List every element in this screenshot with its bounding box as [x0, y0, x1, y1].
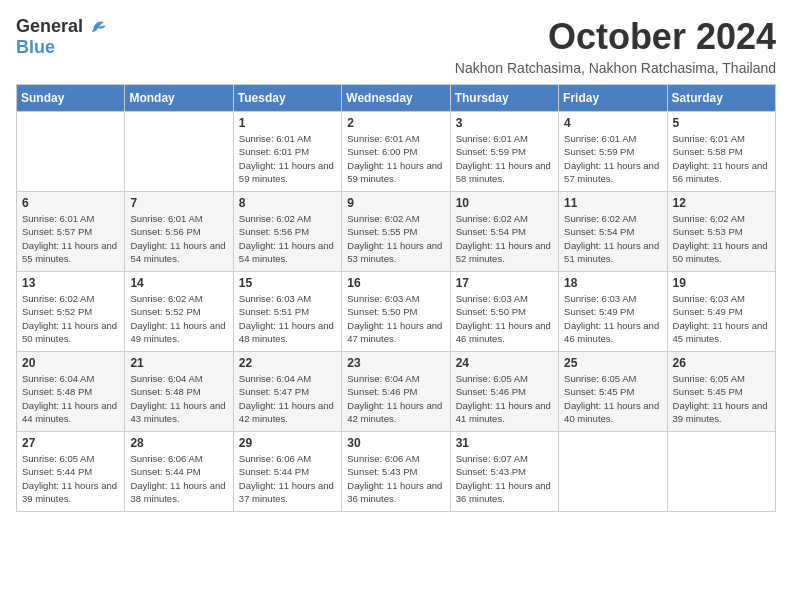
day-info: Sunrise: 6:04 AMSunset: 5:46 PMDaylight:…	[347, 372, 444, 425]
day-info: Sunrise: 6:01 AMSunset: 6:01 PMDaylight:…	[239, 132, 336, 185]
day-info: Sunrise: 6:03 AMSunset: 5:50 PMDaylight:…	[347, 292, 444, 345]
calendar-cell: 16Sunrise: 6:03 AMSunset: 5:50 PMDayligh…	[342, 272, 450, 352]
calendar-cell: 23Sunrise: 6:04 AMSunset: 5:46 PMDayligh…	[342, 352, 450, 432]
day-info: Sunrise: 6:03 AMSunset: 5:49 PMDaylight:…	[564, 292, 661, 345]
calendar-cell: 26Sunrise: 6:05 AMSunset: 5:45 PMDayligh…	[667, 352, 775, 432]
page-header: General Blue October 2024 Nakhon Ratchas…	[16, 16, 776, 76]
day-info: Sunrise: 6:01 AMSunset: 5:58 PMDaylight:…	[673, 132, 770, 185]
day-info: Sunrise: 6:04 AMSunset: 5:48 PMDaylight:…	[130, 372, 227, 425]
day-number: 18	[564, 276, 661, 290]
day-info: Sunrise: 6:07 AMSunset: 5:43 PMDaylight:…	[456, 452, 553, 505]
day-info: Sunrise: 6:05 AMSunset: 5:45 PMDaylight:…	[673, 372, 770, 425]
weekday-header-thursday: Thursday	[450, 85, 558, 112]
day-number: 24	[456, 356, 553, 370]
calendar-cell	[125, 112, 233, 192]
day-number: 1	[239, 116, 336, 130]
day-info: Sunrise: 6:06 AMSunset: 5:43 PMDaylight:…	[347, 452, 444, 505]
day-number: 11	[564, 196, 661, 210]
day-info: Sunrise: 6:02 AMSunset: 5:55 PMDaylight:…	[347, 212, 444, 265]
calendar-cell: 29Sunrise: 6:06 AMSunset: 5:44 PMDayligh…	[233, 432, 341, 512]
calendar-cell: 21Sunrise: 6:04 AMSunset: 5:48 PMDayligh…	[125, 352, 233, 432]
calendar-cell: 24Sunrise: 6:05 AMSunset: 5:46 PMDayligh…	[450, 352, 558, 432]
calendar-cell: 30Sunrise: 6:06 AMSunset: 5:43 PMDayligh…	[342, 432, 450, 512]
day-info: Sunrise: 6:02 AMSunset: 5:52 PMDaylight:…	[22, 292, 119, 345]
day-info: Sunrise: 6:05 AMSunset: 5:46 PMDaylight:…	[456, 372, 553, 425]
calendar-week-row: 27Sunrise: 6:05 AMSunset: 5:44 PMDayligh…	[17, 432, 776, 512]
day-number: 20	[22, 356, 119, 370]
day-number: 29	[239, 436, 336, 450]
calendar-cell: 4Sunrise: 6:01 AMSunset: 5:59 PMDaylight…	[559, 112, 667, 192]
day-number: 31	[456, 436, 553, 450]
weekday-header-monday: Monday	[125, 85, 233, 112]
calendar-cell	[17, 112, 125, 192]
day-number: 10	[456, 196, 553, 210]
logo-bird-icon	[84, 18, 106, 34]
day-info: Sunrise: 6:02 AMSunset: 5:54 PMDaylight:…	[456, 212, 553, 265]
calendar-cell: 11Sunrise: 6:02 AMSunset: 5:54 PMDayligh…	[559, 192, 667, 272]
day-number: 26	[673, 356, 770, 370]
day-info: Sunrise: 6:01 AMSunset: 5:59 PMDaylight:…	[456, 132, 553, 185]
calendar-cell: 19Sunrise: 6:03 AMSunset: 5:49 PMDayligh…	[667, 272, 775, 352]
calendar-cell: 28Sunrise: 6:06 AMSunset: 5:44 PMDayligh…	[125, 432, 233, 512]
calendar-week-row: 13Sunrise: 6:02 AMSunset: 5:52 PMDayligh…	[17, 272, 776, 352]
day-info: Sunrise: 6:05 AMSunset: 5:44 PMDaylight:…	[22, 452, 119, 505]
calendar-cell: 13Sunrise: 6:02 AMSunset: 5:52 PMDayligh…	[17, 272, 125, 352]
day-number: 9	[347, 196, 444, 210]
calendar-cell: 3Sunrise: 6:01 AMSunset: 5:59 PMDaylight…	[450, 112, 558, 192]
calendar-week-row: 20Sunrise: 6:04 AMSunset: 5:48 PMDayligh…	[17, 352, 776, 432]
day-number: 25	[564, 356, 661, 370]
day-number: 3	[456, 116, 553, 130]
calendar-cell: 7Sunrise: 6:01 AMSunset: 5:56 PMDaylight…	[125, 192, 233, 272]
day-number: 23	[347, 356, 444, 370]
weekday-header-saturday: Saturday	[667, 85, 775, 112]
day-info: Sunrise: 6:04 AMSunset: 5:47 PMDaylight:…	[239, 372, 336, 425]
day-number: 13	[22, 276, 119, 290]
day-info: Sunrise: 6:06 AMSunset: 5:44 PMDaylight:…	[130, 452, 227, 505]
day-number: 8	[239, 196, 336, 210]
logo: General Blue	[16, 16, 106, 58]
calendar-cell: 15Sunrise: 6:03 AMSunset: 5:51 PMDayligh…	[233, 272, 341, 352]
day-info: Sunrise: 6:01 AMSunset: 5:57 PMDaylight:…	[22, 212, 119, 265]
calendar-cell: 8Sunrise: 6:02 AMSunset: 5:56 PMDaylight…	[233, 192, 341, 272]
calendar-cell: 17Sunrise: 6:03 AMSunset: 5:50 PMDayligh…	[450, 272, 558, 352]
calendar-table: SundayMondayTuesdayWednesdayThursdayFrid…	[16, 84, 776, 512]
calendar-cell: 5Sunrise: 6:01 AMSunset: 5:58 PMDaylight…	[667, 112, 775, 192]
calendar-week-row: 6Sunrise: 6:01 AMSunset: 5:57 PMDaylight…	[17, 192, 776, 272]
day-number: 7	[130, 196, 227, 210]
day-info: Sunrise: 6:06 AMSunset: 5:44 PMDaylight:…	[239, 452, 336, 505]
day-number: 27	[22, 436, 119, 450]
weekday-header-sunday: Sunday	[17, 85, 125, 112]
day-info: Sunrise: 6:04 AMSunset: 5:48 PMDaylight:…	[22, 372, 119, 425]
calendar-cell: 12Sunrise: 6:02 AMSunset: 5:53 PMDayligh…	[667, 192, 775, 272]
day-number: 6	[22, 196, 119, 210]
weekday-header-row: SundayMondayTuesdayWednesdayThursdayFrid…	[17, 85, 776, 112]
location-subtitle: Nakhon Ratchasima, Nakhon Ratchasima, Th…	[455, 60, 776, 76]
day-info: Sunrise: 6:02 AMSunset: 5:52 PMDaylight:…	[130, 292, 227, 345]
calendar-cell: 20Sunrise: 6:04 AMSunset: 5:48 PMDayligh…	[17, 352, 125, 432]
day-number: 17	[456, 276, 553, 290]
day-info: Sunrise: 6:02 AMSunset: 5:56 PMDaylight:…	[239, 212, 336, 265]
day-info: Sunrise: 6:02 AMSunset: 5:54 PMDaylight:…	[564, 212, 661, 265]
day-info: Sunrise: 6:03 AMSunset: 5:51 PMDaylight:…	[239, 292, 336, 345]
calendar-cell	[559, 432, 667, 512]
title-section: October 2024 Nakhon Ratchasima, Nakhon R…	[455, 16, 776, 76]
calendar-cell: 6Sunrise: 6:01 AMSunset: 5:57 PMDaylight…	[17, 192, 125, 272]
calendar-cell: 2Sunrise: 6:01 AMSunset: 6:00 PMDaylight…	[342, 112, 450, 192]
calendar-cell: 1Sunrise: 6:01 AMSunset: 6:01 PMDaylight…	[233, 112, 341, 192]
day-number: 5	[673, 116, 770, 130]
day-info: Sunrise: 6:03 AMSunset: 5:50 PMDaylight:…	[456, 292, 553, 345]
weekday-header-wednesday: Wednesday	[342, 85, 450, 112]
day-info: Sunrise: 6:01 AMSunset: 5:59 PMDaylight:…	[564, 132, 661, 185]
calendar-cell: 31Sunrise: 6:07 AMSunset: 5:43 PMDayligh…	[450, 432, 558, 512]
month-title: October 2024	[455, 16, 776, 58]
logo-blue-text: Blue	[16, 37, 55, 57]
day-number: 19	[673, 276, 770, 290]
day-number: 15	[239, 276, 336, 290]
day-number: 12	[673, 196, 770, 210]
calendar-cell: 18Sunrise: 6:03 AMSunset: 5:49 PMDayligh…	[559, 272, 667, 352]
day-info: Sunrise: 6:02 AMSunset: 5:53 PMDaylight:…	[673, 212, 770, 265]
day-number: 21	[130, 356, 227, 370]
day-number: 30	[347, 436, 444, 450]
day-number: 22	[239, 356, 336, 370]
weekday-header-friday: Friday	[559, 85, 667, 112]
